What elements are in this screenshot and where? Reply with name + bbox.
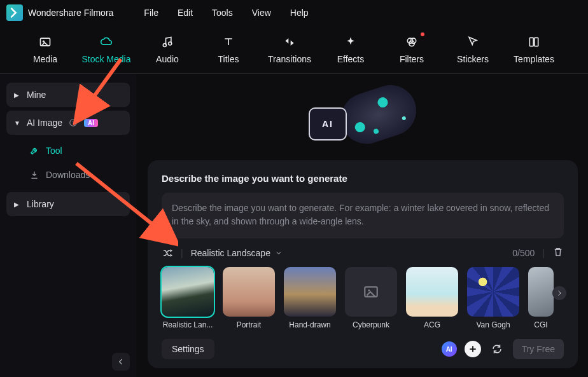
templates-icon (528, 36, 540, 48)
app-name: Wondershare Filmora (28, 8, 113, 18)
ai-chip-button[interactable]: AI (442, 341, 457, 357)
settings-button[interactable]: Settings (162, 339, 214, 359)
notification-dot-icon (421, 32, 424, 36)
sidebar-sub-label: Tool (46, 146, 62, 156)
style-card-portrait[interactable]: Portrait (223, 267, 275, 329)
char-counter: 0/500 (512, 248, 535, 258)
style-card-cgi[interactable]: CGI (528, 267, 554, 329)
sidebar-item-label: Mine (27, 90, 46, 100)
sidebar-sub-tool[interactable]: Tool (6, 139, 130, 163)
download-icon (29, 170, 39, 180)
try-free-button[interactable]: Try Free (513, 339, 564, 359)
svg-point-2 (163, 43, 166, 46)
ai-card-icon: AI (309, 107, 347, 141)
tab-label: Templates (514, 54, 554, 64)
plus-icon (468, 345, 477, 353)
tab-audio[interactable]: Audio (141, 35, 193, 64)
text-t-icon (222, 36, 235, 48)
collapse-sidebar-button[interactable] (112, 353, 130, 371)
style-card-cyberpunk[interactable]: Cyberpunk (345, 267, 397, 329)
tab-label: Media (33, 54, 57, 64)
sidebar: ▶ Mine ▼ AI Image ? AI Tool Downloads ▶ … (0, 74, 136, 377)
tab-effects[interactable]: Effects (325, 35, 377, 64)
app-logo-icon (6, 4, 23, 21)
content-area: AI Describe the image you want to genera… (136, 74, 588, 377)
next-styles-button[interactable] (552, 286, 566, 300)
transitions-icon (283, 36, 296, 48)
ai-palette-graphic: AI (309, 86, 417, 156)
menu-view[interactable]: View (252, 8, 271, 18)
refresh-button[interactable] (489, 341, 505, 357)
menu-help[interactable]: Help (290, 8, 309, 18)
tab-label: Filters (400, 54, 424, 64)
tab-label: Stock Media (81, 54, 130, 64)
refresh-icon (491, 343, 503, 355)
caret-down-icon (275, 249, 283, 257)
sidebar-sub-downloads[interactable]: Downloads (6, 163, 130, 187)
add-button[interactable] (465, 341, 481, 357)
divider: | (542, 248, 545, 258)
chevron-right-icon (556, 289, 563, 297)
tab-stickers[interactable]: Stickers (447, 35, 499, 64)
style-label: Portrait (237, 320, 262, 329)
style-label: Cyberpunk (353, 320, 389, 329)
clear-button[interactable] (552, 246, 564, 259)
sidebar-item-library[interactable]: ▶ Library (6, 192, 130, 216)
style-card-hand-drawn[interactable]: Hand-drawn (284, 267, 336, 329)
style-thumb (528, 267, 554, 317)
sidebar-item-label: AI Image (27, 118, 62, 128)
top-tabs: Media Stock Media Audio Titles Transitio… (0, 25, 588, 74)
menubar: File Edit Tools View Help (144, 8, 308, 18)
tab-titles[interactable]: Titles (202, 35, 255, 64)
style-dropdown[interactable]: Realistic Landscape (191, 248, 283, 258)
sparkle-icon (344, 36, 357, 48)
palette-icon (335, 78, 423, 150)
tab-label: Titles (218, 54, 239, 64)
style-card-acg[interactable]: ACG (406, 267, 458, 329)
titlebar: Wondershare Filmora File Edit Tools View… (0, 0, 588, 25)
menu-file[interactable]: File (144, 8, 158, 18)
hero-graphic-area: AI (148, 81, 578, 160)
style-thumb (284, 267, 336, 317)
help-circle-icon: ? (69, 118, 78, 127)
filmora-logo-icon (8, 6, 21, 19)
style-card-realistic-landscape[interactable]: Realistic Lan... (162, 267, 214, 329)
music-note-icon (161, 36, 174, 48)
style-thumb (162, 267, 214, 317)
tab-templates[interactable]: Templates (508, 35, 560, 64)
prompt-input[interactable]: Describe the image you want to generate.… (162, 193, 564, 238)
tab-filters[interactable]: Filters (386, 35, 438, 64)
style-label: Hand-drawn (289, 320, 330, 329)
svg-point-12 (368, 289, 370, 291)
tab-label: Audio (156, 54, 179, 64)
menu-edit[interactable]: Edit (178, 8, 193, 18)
style-thumb (467, 267, 519, 317)
trash-icon (552, 246, 564, 257)
shuffle-icon[interactable] (162, 247, 173, 259)
svg-point-3 (169, 42, 172, 45)
image-placeholder-icon (363, 284, 379, 300)
tab-label: Stickers (457, 54, 489, 64)
style-label: ACG (424, 320, 440, 329)
generate-panel: Describe the image you want to generate … (148, 160, 578, 368)
sidebar-item-ai-image[interactable]: ▼ AI Image ? AI (6, 111, 130, 135)
divider: | (181, 248, 183, 258)
style-label: CGI (534, 320, 547, 329)
style-thumb (345, 267, 397, 317)
style-card-van-gogh[interactable]: Van Gogh (467, 267, 519, 329)
tab-transitions[interactable]: Transitions (263, 35, 316, 64)
wrench-icon (29, 146, 39, 156)
style-row: | Realistic Landscape 0/500 | (162, 246, 564, 259)
svg-rect-7 (529, 38, 533, 46)
sidebar-item-mine[interactable]: ▶ Mine (6, 83, 130, 107)
chevron-right-icon: ▶ (14, 201, 20, 208)
sidebar-item-label: Library (27, 199, 54, 209)
ai-badge: AI (84, 119, 98, 127)
filters-icon (405, 36, 418, 48)
menu-tools[interactable]: Tools (212, 8, 233, 18)
tab-stock-media[interactable]: Stock Media (80, 35, 132, 64)
panel-title: Describe the image you want to generate (162, 173, 564, 184)
tab-media[interactable]: Media (19, 35, 71, 64)
cursor-icon (466, 36, 479, 48)
style-thumb (406, 267, 458, 317)
